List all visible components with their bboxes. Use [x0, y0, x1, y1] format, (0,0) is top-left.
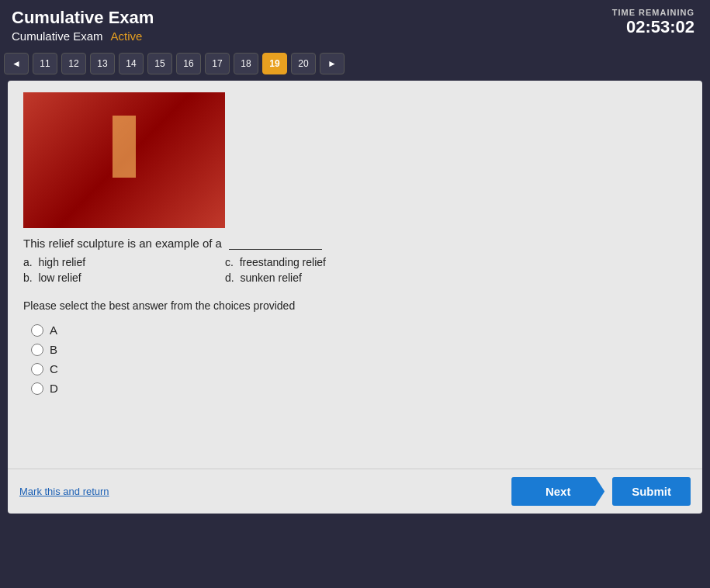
question-content: This relief sculpture is an example of a… — [8, 81, 702, 469]
option-b-label: B — [50, 343, 57, 356]
subtitle-label: Cumulative Exam — [12, 29, 103, 43]
nav-q-17[interactable]: 17 — [205, 53, 230, 74]
choice-c: c. freestanding relief — [225, 256, 411, 268]
header: Cumulative Exam Cumulative Exam Active — [0, 0, 710, 43]
option-d[interactable]: D — [31, 382, 687, 395]
submit-button[interactable]: Submit — [612, 477, 691, 506]
question-navigator: ◄ 11 12 13 14 15 16 17 18 19 20 ► — [0, 49, 710, 81]
time-value: 02:53:02 — [612, 17, 694, 37]
nav-q-15[interactable]: 15 — [147, 53, 172, 74]
option-b[interactable]: B — [31, 343, 687, 356]
time-label: TIME REMAINING — [612, 8, 694, 17]
nav-q-20[interactable]: 20 — [291, 53, 316, 74]
page-title: Cumulative Exam — [12, 8, 698, 28]
option-a[interactable]: A — [31, 323, 687, 337]
question-text: This relief sculpture is an example of a — [23, 236, 687, 250]
timer: TIME REMAINING 02:53:02 — [612, 8, 694, 37]
option-c[interactable]: C — [31, 362, 687, 375]
nav-q-14[interactable]: 14 — [119, 53, 144, 74]
option-c-label: C — [50, 362, 58, 375]
nav-q-18[interactable]: 18 — [234, 53, 258, 74]
choices-grid: a. high relief c. freestanding relief b.… — [23, 256, 411, 284]
nav-q-16[interactable]: 16 — [176, 53, 201, 74]
blank-line — [229, 236, 322, 250]
answer-options: A B C D — [31, 323, 687, 395]
option-d-label: D — [50, 382, 58, 395]
instructions: Please select the best answer from the c… — [23, 299, 687, 312]
footer: Mark this and return Next Submit — [8, 469, 702, 514]
choice-d: d. sunken relief — [225, 272, 411, 284]
header-subtitle: Cumulative Exam Active — [12, 29, 698, 43]
radio-c[interactable] — [31, 363, 43, 375]
image-decoration — [113, 116, 136, 178]
nav-q-19[interactable]: 19 — [262, 53, 287, 74]
radio-a[interactable] — [31, 324, 43, 337]
prev-nav-button[interactable]: ◄ — [4, 53, 29, 74]
status-badge: Active — [111, 29, 143, 43]
choice-b: b. low relief — [23, 272, 210, 284]
question-area: This relief sculpture is an example of a… — [8, 81, 702, 406]
mark-return-link[interactable]: Mark this and return — [19, 486, 109, 497]
nav-q-12[interactable]: 12 — [61, 53, 86, 74]
nav-q-11[interactable]: 11 — [33, 53, 57, 74]
footer-buttons: Next Submit — [511, 477, 691, 506]
next-button[interactable]: Next — [511, 477, 604, 506]
nav-q-13[interactable]: 13 — [90, 53, 115, 74]
question-image — [23, 92, 225, 228]
choice-a: a. high relief — [23, 256, 210, 268]
option-a-label: A — [50, 323, 57, 337]
next-nav-button[interactable]: ► — [320, 53, 345, 74]
question-text-before: This relief sculpture is an example of a — [23, 237, 222, 250]
radio-d[interactable] — [31, 382, 43, 395]
radio-b[interactable] — [31, 344, 43, 356]
